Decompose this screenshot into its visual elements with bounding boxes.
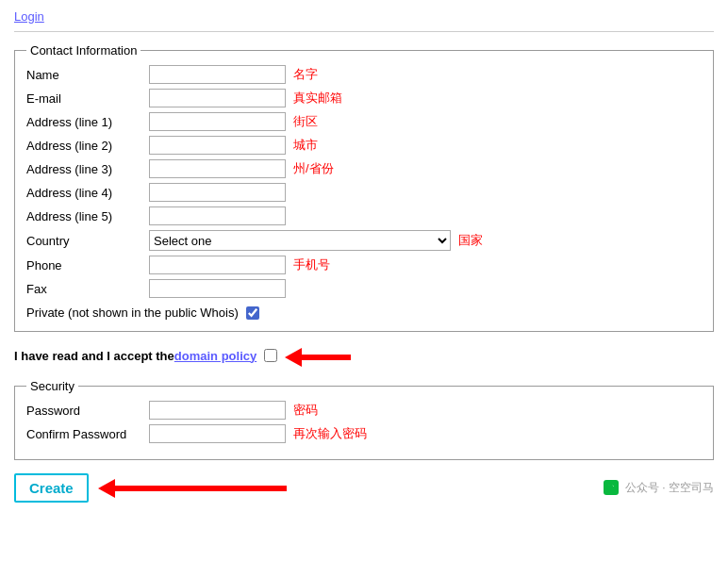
confirm-password-label: Confirm Password [26, 427, 149, 441]
addr3-label: Address (line 3) [26, 162, 149, 176]
addr5-input[interactable] [149, 206, 286, 225]
svg-rect-3 [115, 486, 287, 491]
addr5-label: Address (line 5) [26, 209, 149, 223]
password-hint: 密码 [293, 402, 318, 419]
svg-marker-0 [285, 348, 302, 367]
addr3-input[interactable] [149, 159, 286, 178]
email-hint: 真实邮箱 [293, 90, 342, 107]
addr1-row: Address (line 1) 街区 [26, 112, 702, 131]
password-label: Password [26, 404, 149, 418]
country-hint: 国家 [458, 232, 483, 249]
footer-label: 公众号 · 空空司马 [625, 481, 714, 494]
private-row: Private (not shown in the public Whois) [26, 306, 702, 320]
addr1-label: Address (line 1) [26, 115, 149, 129]
confirm-password-input[interactable] [149, 424, 286, 443]
addr1-hint: 街区 [293, 113, 318, 130]
phone-input[interactable] [149, 256, 286, 274]
addr3-row: Address (line 3) 州/省份 [26, 159, 702, 178]
addr2-hint: 城市 [293, 137, 318, 154]
addr2-label: Address (line 2) [26, 139, 149, 153]
name-row: Name 名字 [26, 65, 702, 84]
name-input[interactable] [149, 65, 286, 84]
password-row: Password 密码 [26, 401, 702, 420]
phone-hint: 手机号 [293, 256, 330, 273]
country-row: Country Select one China United States U… [26, 230, 702, 251]
fax-input[interactable] [149, 279, 286, 298]
addr2-row: Address (line 2) 城市 [26, 136, 702, 155]
email-label: E-mail [26, 91, 149, 106]
svg-marker-2 [98, 479, 115, 498]
email-input[interactable] [149, 89, 286, 107]
phone-label: Phone [26, 258, 149, 272]
fax-row: Fax [26, 279, 702, 298]
bottom-left: Create [14, 473, 287, 503]
security-fieldset: Security Password 密码 Confirm Password 再次… [14, 379, 714, 460]
addr4-row: Address (line 4) [26, 183, 702, 202]
policy-prefix: I have read and I accept the [14, 349, 174, 363]
name-label: Name [26, 68, 149, 82]
confirm-password-row: Confirm Password 再次输入密码 [26, 424, 702, 443]
login-link[interactable]: Login [14, 9, 714, 24]
addr4-input[interactable] [149, 183, 286, 202]
country-select[interactable]: Select one China United States United Ki… [149, 230, 451, 251]
confirm-password-hint: 再次输入密码 [293, 425, 367, 442]
addr4-label: Address (line 4) [26, 186, 149, 200]
country-label: Country [26, 234, 149, 248]
create-arrow [98, 478, 287, 499]
private-label: Private (not shown in the public Whois) [26, 306, 239, 320]
footer-text: 公众号 · 空空司马 [604, 480, 714, 496]
private-checkbox[interactable] [246, 306, 259, 320]
name-hint: 名字 [293, 66, 318, 83]
policy-checkbox[interactable] [264, 349, 277, 362]
security-legend: Security [26, 379, 78, 393]
addr3-hint: 州/省份 [293, 160, 334, 177]
email-row: E-mail 真实邮箱 [26, 89, 702, 107]
top-divider [14, 31, 714, 32]
addr5-row: Address (line 5) [26, 206, 702, 225]
domain-policy-link[interactable]: domain policy [174, 349, 256, 363]
wechat-icon [604, 480, 619, 495]
addr2-input[interactable] [149, 136, 286, 155]
bottom-row: Create 公众号 · 空空司马 [14, 473, 714, 503]
svg-rect-1 [302, 355, 351, 360]
addr1-input[interactable] [149, 112, 286, 131]
contact-info-legend: Contact Information [26, 43, 141, 58]
fax-label: Fax [26, 282, 149, 296]
policy-row: I have read and I accept the domain poli… [14, 345, 714, 366]
password-input[interactable] [149, 401, 286, 420]
phone-row: Phone 手机号 [26, 256, 702, 274]
policy-arrow [285, 347, 351, 368]
contact-info-fieldset: Contact Information Name 名字 E-mail 真实邮箱 … [14, 43, 714, 332]
create-button[interactable]: Create [14, 473, 89, 503]
